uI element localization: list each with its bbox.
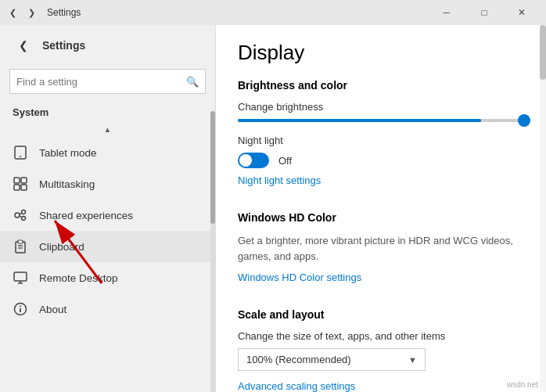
sidebar-item-multitasking[interactable]: Multitasking: [0, 168, 215, 200]
sidebar-title: Settings: [42, 39, 85, 52]
watermark: wsdn.net: [507, 380, 538, 389]
svg-point-8: [22, 217, 26, 221]
close-button[interactable]: ✕: [504, 0, 540, 25]
svg-rect-3: [21, 178, 27, 183]
scale-layout-section: Scale and layout Change the size of text…: [238, 308, 524, 392]
sidebar-back-btn[interactable]: ❮: [13, 34, 34, 56]
clipboard-icon: [13, 239, 28, 254]
svg-rect-15: [14, 272, 27, 281]
night-light-state: Off: [278, 155, 292, 167]
remote-desktop-icon: [13, 270, 28, 286]
search-box[interactable]: 🔍: [9, 69, 206, 94]
svg-point-6: [15, 213, 20, 218]
brightness-slider-thumb[interactable]: [518, 114, 530, 127]
night-light-settings-link[interactable]: Night light settings: [238, 174, 321, 186]
sidebar-item-clipboard[interactable]: Clipboard: [0, 231, 215, 262]
nav-items: ▲ Tablet mode: [0, 121, 215, 392]
back-button[interactable]: ❮: [6, 6, 19, 19]
night-light-toggle[interactable]: [238, 153, 269, 168]
shared-experiences-icon: [13, 207, 28, 223]
brightness-slider-track[interactable]: [238, 119, 524, 122]
scale-layout-title: Scale and layout: [238, 308, 524, 321]
page-title: Display: [238, 41, 524, 65]
brightness-slider-container: [238, 119, 524, 122]
sidebar: ❮ Settings 🔍 System ▲ Tablet mode: [0, 25, 215, 392]
multitasking-icon: [13, 176, 28, 192]
search-input[interactable]: [16, 76, 186, 88]
sidebar-header: ❮ Settings: [0, 25, 215, 66]
sidebar-item-remote-desktop[interactable]: Remote Desktop: [0, 262, 215, 293]
tablet-mode-label: Tablet mode: [39, 147, 97, 159]
tablet-mode-icon: [13, 145, 28, 160]
forward-button[interactable]: ❯: [25, 6, 38, 19]
sidebar-item-about[interactable]: About: [0, 293, 215, 325]
sidebar-item-shared-experiences[interactable]: Shared experiences: [0, 200, 215, 231]
advanced-scaling-link[interactable]: Advanced scaling settings: [238, 380, 355, 392]
search-icon: 🔍: [186, 76, 199, 88]
remote-desktop-label: Remote Desktop: [39, 272, 118, 284]
brightness-color-section: Brightness and color Change brightness N…: [238, 79, 524, 200]
clipboard-label: Clipboard: [39, 241, 84, 253]
night-light-toggle-row: Off: [238, 153, 524, 168]
svg-line-10: [20, 216, 22, 218]
svg-rect-5: [21, 185, 27, 190]
main-content: ❮ Settings 🔍 System ▲ Tablet mode: [0, 25, 546, 392]
scale-dropdown[interactable]: 100% (Recommended) ▼: [238, 348, 426, 371]
title-bar: ❮ ❯ Settings ─ □ ✕: [0, 0, 546, 25]
dropdown-arrow-icon: ▼: [408, 355, 417, 365]
change-brightness-label: Change brightness: [238, 101, 524, 113]
svg-line-9: [20, 213, 22, 214]
right-panel: Display Brightness and color Change brig…: [215, 25, 546, 392]
system-section-label: System: [0, 100, 215, 121]
right-scrollbar-thumb: [540, 25, 546, 80]
brightness-slider-fill: [238, 119, 481, 122]
brightness-color-title: Brightness and color: [238, 79, 524, 92]
multitasking-label: Multitasking: [39, 178, 95, 190]
title-bar-controls: ─ □ ✕: [429, 0, 540, 25]
title-bar-title: Settings: [47, 7, 81, 18]
svg-point-7: [22, 210, 26, 214]
sidebar-item-tablet-mode[interactable]: Tablet mode: [0, 137, 215, 168]
night-light-label: Night light: [238, 135, 524, 146]
minimize-button[interactable]: ─: [429, 0, 465, 25]
toggle-thumb: [239, 154, 252, 167]
about-icon: [13, 301, 28, 317]
scale-description-label: Change the size of text, apps, and other…: [238, 330, 524, 342]
windows-hd-color-section: Windows HD Color Get a brighter, more vi…: [238, 211, 524, 297]
windows-hd-color-description: Get a brighter, more vibrant picture in …: [238, 233, 524, 264]
maximize-button[interactable]: □: [466, 0, 502, 25]
shared-experiences-label: Shared experiences: [39, 210, 133, 221]
about-label: About: [39, 304, 66, 315]
windows-hd-color-title: Windows HD Color: [238, 211, 524, 224]
title-bar-left: ❮ ❯ Settings: [6, 6, 81, 19]
svg-rect-12: [18, 240, 23, 243]
svg-point-20: [20, 306, 21, 307]
scroll-up-indicator[interactable]: ▲: [0, 121, 215, 137]
svg-rect-4: [14, 185, 20, 190]
svg-rect-2: [14, 178, 20, 183]
scale-dropdown-value: 100% (Recommended): [246, 354, 351, 365]
svg-point-1: [20, 156, 21, 157]
right-scrollbar[interactable]: [540, 25, 546, 392]
windows-hd-color-link[interactable]: Windows HD Color settings: [238, 272, 361, 283]
